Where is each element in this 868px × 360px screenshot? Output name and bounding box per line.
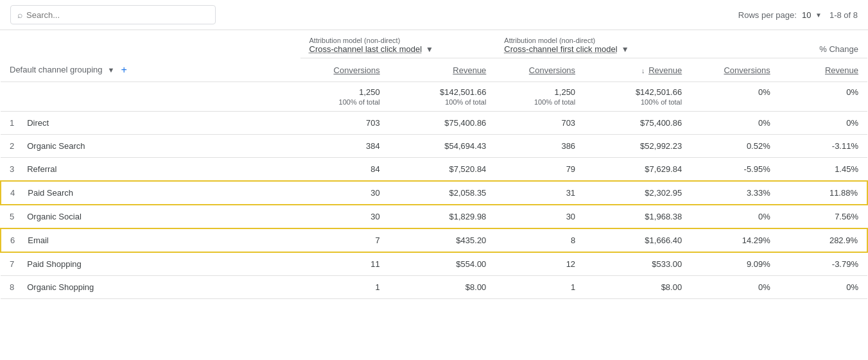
totals-channel-cell [1,81,300,98]
data-cell: 703 [495,111,584,134]
row-number: 5 [10,212,14,221]
data-cell: $1,829.98 [389,205,496,228]
page-info: 1-8 of 8 [829,10,858,20]
data-cell: 0% [691,205,779,228]
totals-pct-conv: 0% [691,81,779,98]
channel-grouping-label: Default channel grouping [10,65,103,74]
data-cell: $2,302.95 [584,181,691,205]
channel-name: Email [28,236,49,245]
rows-per-page-selector[interactable]: 10 25 50 ▼ [802,10,822,20]
channel-name: Organic Shopping [27,282,94,292]
data-cell: 0% [691,111,779,134]
totals-row: 1,250 $142,501.66 1,250 $142,501.66 0% 0… [1,81,867,98]
rows-per-page-label: Rows per page: [738,10,797,20]
model1-name[interactable]: Cross-channel last click model [309,44,422,54]
main-container: ⌕ Rows per page: 10 25 50 ▼ 1-8 of 8 At [0,0,868,360]
totals-pct-rev: 0% [779,81,867,98]
data-cell: 30 [300,181,389,205]
totals-sub-pct2-rev: 100% of total [584,98,691,112]
channel-name: Organic Social [27,212,82,221]
data-cell: 0.52% [691,134,779,157]
pct-rev-col-header[interactable]: Revenue [779,58,867,82]
data-cell: -5.95% [691,157,779,181]
top-bar: ⌕ Rows per page: 10 25 50 ▼ 1-8 of 8 [0,0,868,30]
data-cell: 14.29% [691,228,779,252]
rev2-label[interactable]: Revenue [648,65,682,75]
model2-dropdown-icon[interactable]: ▼ [621,45,629,54]
channel-dropdown-icon[interactable]: ▼ [108,66,115,74]
data-cell: 0% [779,111,867,134]
conv2-col-header[interactable]: Conversions [495,58,584,82]
totals-sub-blank1 [691,98,779,112]
row-number: 1 [10,118,14,128]
data-cell: 79 [495,157,584,181]
table-row: 4Paid Search30$2,058.3531$2,302.953.33%1… [1,181,867,205]
data-cell: $1,666.40 [584,228,691,252]
model1-attribution-label: Attribution model (non-direct) [309,37,487,44]
channel-name: Paid Search [28,188,73,198]
data-cell: 3.33% [691,181,779,205]
data-cell: $7,629.84 [584,157,691,181]
totals-sub-blank2 [779,98,867,112]
search-icon: ⌕ [17,10,22,20]
row-channel-cell: 7Paid Shopping [1,252,300,276]
data-cell: 1.45% [779,157,867,181]
data-cell: $52,992.23 [584,134,691,157]
data-cell: 30 [300,205,389,228]
rev1-col-header[interactable]: Revenue [389,58,496,82]
pct-conv-label[interactable]: Conversions [724,65,770,75]
rev2-col-header[interactable]: ↓ Revenue [584,58,691,82]
data-cell: $54,694.43 [389,134,496,157]
sort-arrow-icon: ↓ [641,67,645,74]
data-cell: 0% [691,275,779,298]
row-number: 8 [10,282,14,292]
row-channel-cell: 4Paid Search [1,181,300,205]
totals-rev2: $142,501.66 [584,81,691,98]
channel-col-spacer [1,30,300,58]
data-cell: $435.20 [389,228,496,252]
channel-name: Referral [27,164,56,174]
pct-conv-col-header[interactable]: Conversions [691,58,779,82]
data-cell: 11.88% [779,181,867,205]
data-cell: $2,058.35 [389,181,496,205]
table-body: 1,250 $142,501.66 1,250 $142,501.66 0% 0… [1,81,867,298]
model1-dropdown-icon[interactable]: ▼ [426,45,433,54]
channel-col-header: Default channel grouping ▼ + [1,58,300,82]
col-headers-row: Default channel grouping ▼ + Conversions… [1,58,867,82]
totals-sub-pct1-rev: 100% of total [389,98,496,112]
conv1-label[interactable]: Conversions [334,65,380,75]
totals-conv2: 1,250 [495,81,584,98]
conv1-col-header[interactable]: Conversions [300,58,389,82]
rows-per-page-select[interactable]: 10 25 50 [802,10,822,20]
row-number: 2 [10,141,14,151]
totals-sub-channel [1,98,300,112]
data-cell: 31 [495,181,584,205]
data-cell: 84 [300,157,389,181]
model2-name[interactable]: Cross-channel first click model [504,44,617,54]
row-channel-cell: 5Organic Social [1,205,300,228]
pct-change-label: % Change [819,44,858,54]
totals-sub-pct2: 100% of total [495,98,584,112]
row-channel-cell: 3Referral [1,157,300,181]
pct-rev-label[interactable]: Revenue [825,65,858,75]
data-cell: 7.56% [779,205,867,228]
search-box[interactable]: ⌕ [10,5,216,24]
rev1-label[interactable]: Revenue [453,65,486,75]
data-cell: 9.09% [691,252,779,276]
data-cell: $8.00 [584,275,691,298]
data-cell: 1 [300,275,389,298]
row-number: 3 [10,164,14,174]
data-cell: 1 [495,275,584,298]
totals-sub-pct1: 100% of total [300,98,389,112]
row-channel-cell: 8Organic Shopping [1,275,300,298]
data-cell: $1,968.38 [584,205,691,228]
channel-name: Paid Shopping [27,259,82,269]
data-cell: 384 [300,134,389,157]
search-input[interactable] [26,10,209,20]
data-cell: 8 [495,228,584,252]
data-cell: $8.00 [389,275,496,298]
data-cell: $75,400.86 [584,111,691,134]
conv2-label[interactable]: Conversions [529,65,575,75]
add-dimension-button[interactable]: + [121,65,126,75]
table-row: 2Organic Search384$54,694.43386$52,992.2… [1,134,867,157]
